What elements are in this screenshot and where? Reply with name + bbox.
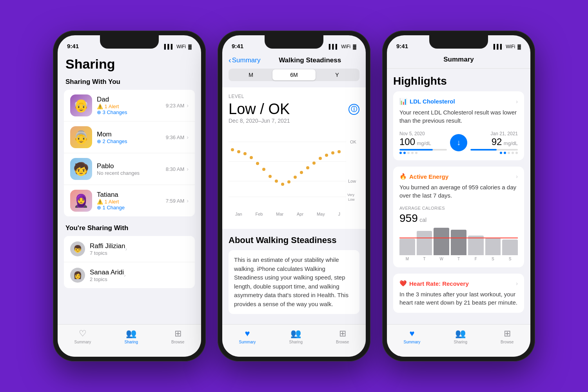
tab-sharing-label-1: Sharing bbox=[124, 340, 138, 344]
svg-point-5 bbox=[237, 150, 240, 153]
ldl-title-text: LDL Cholesterol bbox=[410, 98, 455, 105]
ws-date-range: Dec 8, 2020–Jun 7, 2021 bbox=[229, 118, 359, 124]
status-icons-1: ▌▌▌ WiFi ▓ bbox=[164, 44, 192, 49]
svg-point-11 bbox=[275, 180, 278, 183]
bar-t2 bbox=[451, 230, 466, 255]
svg-point-16 bbox=[306, 166, 309, 169]
ldl-card[interactable]: 📊 LDL Cholesterol › Your recent LDL Chol… bbox=[393, 91, 524, 160]
browse-icon-3: ⊞ bbox=[504, 328, 511, 339]
tab-summary-2[interactable]: ♥ Summary bbox=[239, 328, 256, 344]
raffi-name: Raffi Jilizian bbox=[90, 242, 125, 250]
tab-browse-3[interactable]: ⊞ Browse bbox=[501, 328, 514, 344]
contact-tatiana[interactable]: 🧕 Tatiana ⚠️ 1 Alert ⊕ 1 Change 7:59 AM … bbox=[64, 185, 195, 216]
heart-rate-card[interactable]: ❤️ Heart Rate: Recovery › In the 3 minut… bbox=[393, 274, 524, 313]
bars-x-labels: M T W T F S S bbox=[399, 257, 518, 261]
contact-time-tatiana: 7:59 AM bbox=[166, 198, 185, 204]
back-button-2[interactable]: ‹ Summary bbox=[229, 56, 260, 65]
svg-point-18 bbox=[319, 157, 322, 160]
ws-level-label: LEVEL bbox=[229, 94, 359, 99]
tab-sharing-3[interactable]: 👥 Sharing bbox=[454, 328, 467, 344]
dot-9 bbox=[512, 152, 514, 154]
status-icons-3: ▌▌▌ WiFi ▓ bbox=[494, 44, 521, 49]
bars-container bbox=[399, 228, 518, 255]
tab-sharing-2[interactable]: 👥 Sharing bbox=[289, 328, 302, 344]
x-label-apr: Apr bbox=[297, 212, 303, 216]
heart-icon-2: ♥ bbox=[245, 328, 250, 339]
phone-1: 9:41 ▌▌▌ WiFi ▓ Sharing Sharing With You… bbox=[53, 31, 206, 361]
svg-point-17 bbox=[312, 162, 316, 165]
contact-alert-tatiana: ⚠️ 1 Alert bbox=[97, 199, 166, 205]
dot-2 bbox=[403, 152, 406, 154]
dot-8 bbox=[508, 152, 510, 154]
contact-pablo[interactable]: 🧒 Pablo No recent changes 8:30 AM › bbox=[64, 153, 195, 185]
chevron-pablo: › bbox=[187, 166, 189, 172]
contact-info-dad: Dad ⚠️ 1 Alert ⊕ 3 Changes bbox=[97, 96, 166, 115]
tab-bar-2: ♥ Summary 👥 Sharing ⊞ Browse bbox=[222, 324, 366, 357]
tab-browse-label-3: Browse bbox=[501, 340, 514, 344]
ws-level-value: Low / OK bbox=[229, 101, 290, 118]
active-energy-title-text: Active Energy bbox=[409, 173, 448, 180]
sanaa-name: Sanaa Aridi bbox=[90, 269, 124, 276]
contact-raffi[interactable]: 👦 Raffi Jilizian 7 topics › bbox=[64, 236, 195, 262]
bar-m bbox=[399, 239, 415, 255]
tab-sharing-1[interactable]: 👥 Sharing bbox=[124, 328, 138, 344]
ldl-bar-fill-2 bbox=[470, 149, 497, 151]
svg-point-9 bbox=[262, 168, 265, 171]
contact-time-mom: 9:36 AM bbox=[166, 134, 185, 140]
dot-5 bbox=[415, 152, 417, 154]
tab-browse-1[interactable]: ⊞ Browse bbox=[171, 328, 184, 344]
heart-icon-tab-3: ♥ bbox=[409, 328, 414, 339]
tab-summary-1[interactable]: ♡ Summary bbox=[74, 328, 91, 344]
bar-t1 bbox=[417, 231, 432, 255]
active-energy-title: 🔥 Active Energy bbox=[399, 173, 448, 180]
active-energy-card[interactable]: 🔥 Active Energy › You burned an average … bbox=[393, 167, 524, 267]
status-time-1: 9:41 bbox=[67, 43, 79, 49]
bar-label-w: W bbox=[434, 257, 449, 261]
ldl-dots-2 bbox=[470, 152, 518, 154]
tab-sharing-label-3: Sharing bbox=[454, 340, 467, 344]
contact-mom[interactable]: 👵 Mom ⊕ 2 Changes 9:36 AM › bbox=[64, 122, 195, 153]
segment-m[interactable]: M bbox=[229, 69, 272, 80]
phone-2-content[interactable]: M 6M Y LEVEL Low / OK ⓘ Dec 8, 2020–Jun … bbox=[222, 69, 366, 324]
contact-changes-tatiana: ⊕ 1 Change bbox=[97, 205, 166, 211]
dot-4 bbox=[411, 152, 414, 154]
segment-y[interactable]: Y bbox=[316, 69, 359, 80]
tab-browse-2[interactable]: ⊞ Browse bbox=[336, 328, 349, 344]
segment-6m[interactable]: 6M bbox=[272, 69, 316, 80]
contact-time-pablo: 8:30 AM bbox=[166, 166, 185, 172]
svg-point-14 bbox=[294, 176, 297, 179]
bar-label-t1: T bbox=[417, 257, 432, 261]
heart-icon-3: ❤️ bbox=[399, 280, 407, 287]
contact-sanaa[interactable]: 👩 Sanaa Aridi 2 topics › bbox=[64, 262, 195, 288]
avatar-tatiana: 🧕 bbox=[70, 190, 92, 212]
info-button-2[interactable]: ⓘ bbox=[348, 104, 359, 115]
sanaa-topics: 2 topics bbox=[90, 276, 124, 282]
contact-dad[interactable]: 👴 Dad ⚠️ 1 Alert ⊕ 3 Changes 9:23 AM › bbox=[64, 90, 195, 122]
down-arrow: ↓ bbox=[450, 134, 467, 151]
about-title: About Walking Steadiness bbox=[229, 235, 359, 245]
battery-icon: ▓ bbox=[188, 44, 192, 49]
svg-point-4 bbox=[231, 148, 234, 151]
tab-bar-3: ♥ Summary 👥 Sharing ⊞ Browse bbox=[387, 324, 530, 357]
chevron-raffi: › bbox=[125, 246, 127, 252]
back-chevron-2: ‹ bbox=[229, 56, 231, 65]
dot-7 bbox=[504, 152, 506, 154]
bar-s1 bbox=[485, 238, 501, 255]
calorie-value: 959 bbox=[399, 212, 418, 224]
heart-rate-title: ❤️ Heart Rate: Recovery bbox=[399, 280, 469, 287]
heart-rate-description: In the 3 minutes after your last workout… bbox=[399, 290, 518, 307]
phone-1-content[interactable]: Sharing Sharing With You 👴 Dad ⚠️ 1 Aler… bbox=[58, 53, 201, 324]
tab-summary-3[interactable]: ♥ Summary bbox=[404, 328, 421, 344]
status-time-3: 9:41 bbox=[396, 43, 408, 49]
calorie-value-row: 959 cal bbox=[399, 212, 518, 225]
phone-3-content[interactable]: Highlights 📊 LDL Cholesterol › Your rece… bbox=[387, 69, 530, 324]
phone-2-screen: 9:41 ▌▌▌ WiFi ▓ ‹ Summary Walking Steadi… bbox=[222, 35, 366, 357]
active-energy-description: You burned an average of 959 calories a … bbox=[399, 183, 518, 200]
bar-label-m: M bbox=[399, 257, 415, 261]
tab-summary-label-2: Summary bbox=[239, 340, 256, 344]
svg-point-6 bbox=[243, 152, 247, 155]
chevron-sanaa: › bbox=[124, 272, 126, 278]
ldl-date-2: Jan 21, 2021 bbox=[470, 131, 518, 136]
ws-level-row: Low / OK ⓘ bbox=[229, 101, 359, 118]
phone-3-screen: 9:41 ▌▌▌ WiFi ▓ Summary Highlights 📊 LDL… bbox=[387, 35, 530, 357]
